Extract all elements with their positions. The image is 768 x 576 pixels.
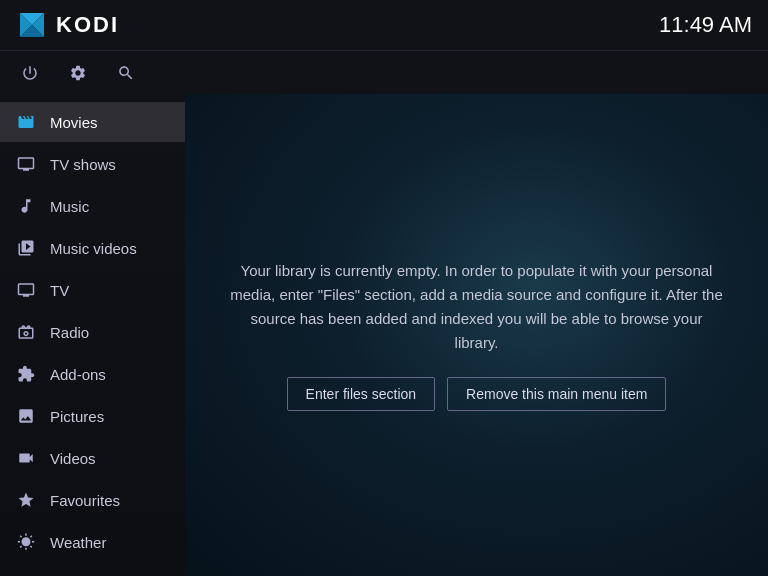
sidebar-item-movies[interactable]: Movies <box>0 102 185 142</box>
action-buttons: Enter files section Remove this main men… <box>227 377 727 411</box>
sidebar-item-addons[interactable]: Add-ons <box>0 354 185 394</box>
sidebar-label-musicvideos: Music videos <box>50 240 137 257</box>
sidebar-item-tv[interactable]: TV <box>0 270 185 310</box>
radio-icon <box>16 322 36 342</box>
icon-bar <box>0 50 768 94</box>
clock: 11:49 AM <box>659 12 752 38</box>
sidebar-item-radio[interactable]: Radio <box>0 312 185 352</box>
sidebar-label-weather: Weather <box>50 534 106 551</box>
empty-library-text: Your library is currently empty. In orde… <box>227 259 727 355</box>
music-icon <box>16 196 36 216</box>
sidebar-item-music[interactable]: Music <box>0 186 185 226</box>
enter-files-button[interactable]: Enter files section <box>287 377 436 411</box>
tvshows-icon <box>16 154 36 174</box>
power-icon <box>21 64 39 82</box>
movies-icon <box>16 112 36 132</box>
pictures-icon <box>16 406 36 426</box>
content-area: Your library is currently empty. In orde… <box>185 94 768 576</box>
sidebar-label-radio: Radio <box>50 324 89 341</box>
sidebar-label-music: Music <box>50 198 89 215</box>
addons-icon <box>16 364 36 384</box>
sidebar-item-musicvideos[interactable]: Music videos <box>0 228 185 268</box>
kodi-logo-icon <box>16 9 48 41</box>
weather-icon <box>16 532 36 552</box>
sidebar-label-tvshows: TV shows <box>50 156 116 173</box>
sidebar-item-tvshows[interactable]: TV shows <box>0 144 185 184</box>
sidebar-label-addons: Add-ons <box>50 366 106 383</box>
sidebar-label-movies: Movies <box>50 114 98 131</box>
search-icon <box>117 64 135 82</box>
app-title: KODI <box>56 12 119 38</box>
empty-library-message: Your library is currently empty. In orde… <box>207 239 747 431</box>
sidebar-label-tv: TV <box>50 282 69 299</box>
musicvideos-icon <box>16 238 36 258</box>
sidebar-label-videos: Videos <box>50 450 96 467</box>
main-layout: Movies TV shows Music Music videos TV <box>0 94 768 576</box>
sidebar: Movies TV shows Music Music videos TV <box>0 94 185 576</box>
settings-button[interactable] <box>64 59 92 87</box>
sidebar-item-weather[interactable]: Weather <box>0 522 185 562</box>
top-bar: KODI 11:49 AM <box>0 0 768 50</box>
favourites-icon <box>16 490 36 510</box>
sidebar-item-favourites[interactable]: Favourites <box>0 480 185 520</box>
sidebar-label-favourites: Favourites <box>50 492 120 509</box>
sidebar-item-pictures[interactable]: Pictures <box>0 396 185 436</box>
settings-icon <box>69 64 87 82</box>
sidebar-label-pictures: Pictures <box>50 408 104 425</box>
sidebar-item-videos[interactable]: Videos <box>0 438 185 478</box>
power-button[interactable] <box>16 59 44 87</box>
search-button[interactable] <box>112 59 140 87</box>
logo-area: KODI <box>16 9 119 41</box>
remove-menu-item-button[interactable]: Remove this main menu item <box>447 377 666 411</box>
videos-icon <box>16 448 36 468</box>
tv-icon <box>16 280 36 300</box>
